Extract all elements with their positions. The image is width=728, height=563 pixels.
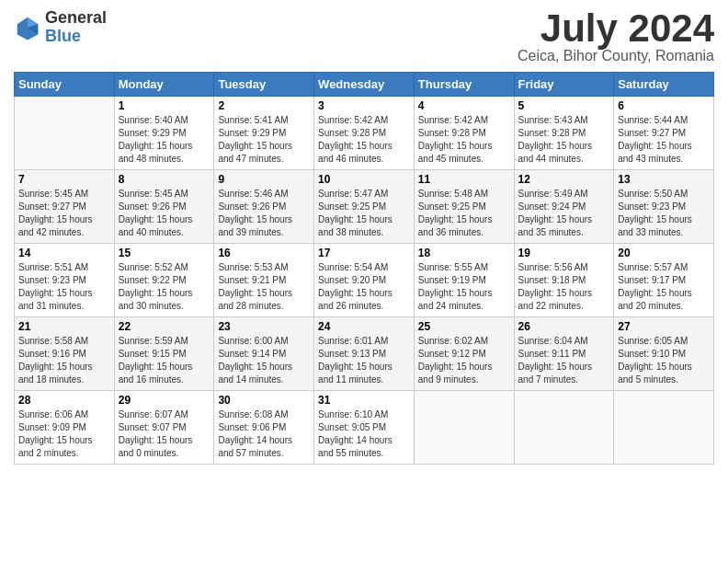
logo-text: General Blue	[45, 9, 107, 46]
day-info: Sunrise: 6:00 AMSunset: 9:14 PMDaylight:…	[218, 335, 310, 386]
calendar-cell: 7Sunrise: 5:45 AMSunset: 9:27 PMDaylight…	[15, 170, 115, 244]
calendar-cell: 14Sunrise: 5:51 AMSunset: 9:23 PMDayligh…	[15, 244, 115, 317]
day-info: Sunrise: 5:50 AMSunset: 9:23 PMDaylight:…	[618, 188, 710, 239]
day-info: Sunrise: 5:48 AMSunset: 9:25 PMDaylight:…	[418, 188, 510, 239]
day-number: 20	[618, 247, 710, 259]
week-row-5: 28Sunrise: 6:06 AMSunset: 9:09 PMDayligh…	[15, 391, 714, 465]
day-info: Sunrise: 5:44 AMSunset: 9:27 PMDaylight:…	[618, 114, 710, 166]
day-number: 26	[518, 320, 610, 333]
day-info: Sunrise: 5:43 AMSunset: 9:28 PMDaylight:…	[518, 114, 610, 166]
calendar-cell: 18Sunrise: 5:55 AMSunset: 9:19 PMDayligh…	[414, 244, 514, 317]
day-info: Sunrise: 5:54 AMSunset: 9:20 PMDaylight:…	[318, 261, 410, 313]
header-friday: Friday	[514, 73, 614, 97]
calendar-cell: 3Sunrise: 5:42 AMSunset: 9:28 PMDaylight…	[314, 97, 415, 170]
day-info: Sunrise: 5:47 AMSunset: 9:25 PMDaylight:…	[318, 188, 410, 239]
day-info: Sunrise: 6:07 AMSunset: 9:07 PMDaylight:…	[119, 408, 210, 460]
day-number: 10	[318, 173, 410, 186]
day-number: 11	[418, 173, 510, 186]
day-number: 6	[618, 99, 710, 112]
day-number: 31	[318, 394, 410, 407]
day-number: 14	[18, 247, 110, 259]
day-number: 12	[518, 173, 610, 186]
calendar-cell: 11Sunrise: 5:48 AMSunset: 9:25 PMDayligh…	[414, 170, 514, 244]
calendar-cell: 16Sunrise: 5:53 AMSunset: 9:21 PMDayligh…	[214, 244, 314, 317]
day-number: 8	[119, 173, 210, 186]
week-row-4: 21Sunrise: 5:58 AMSunset: 9:16 PMDayligh…	[15, 317, 714, 391]
day-number: 17	[318, 247, 410, 259]
location-subtitle: Ceica, Bihor County, Romania	[518, 48, 714, 64]
day-number: 19	[518, 247, 610, 259]
calendar-cell: 23Sunrise: 6:00 AMSunset: 9:14 PMDayligh…	[214, 317, 314, 391]
day-info: Sunrise: 6:10 AMSunset: 9:05 PMDaylight:…	[318, 408, 410, 460]
calendar-cell: 13Sunrise: 5:50 AMSunset: 9:23 PMDayligh…	[614, 170, 714, 244]
calendar-header: SundayMondayTuesdayWednesdayThursdayFrid…	[15, 73, 714, 97]
calendar-cell: 28Sunrise: 6:06 AMSunset: 9:09 PMDayligh…	[15, 391, 115, 465]
day-info: Sunrise: 5:56 AMSunset: 9:18 PMDaylight:…	[518, 261, 610, 313]
calendar-cell: 24Sunrise: 6:01 AMSunset: 9:13 PMDayligh…	[314, 317, 415, 391]
day-info: Sunrise: 5:40 AMSunset: 9:29 PMDaylight:…	[119, 114, 210, 166]
calendar-cell	[614, 391, 714, 465]
day-number: 1	[119, 99, 210, 112]
calendar-cell: 5Sunrise: 5:43 AMSunset: 9:28 PMDaylight…	[514, 97, 614, 170]
day-info: Sunrise: 5:46 AMSunset: 9:26 PMDaylight:…	[218, 188, 310, 239]
day-number: 25	[418, 320, 510, 333]
calendar-cell: 31Sunrise: 6:10 AMSunset: 9:05 PMDayligh…	[314, 391, 415, 465]
day-number: 13	[618, 173, 710, 186]
day-number: 3	[318, 99, 410, 112]
calendar-cell: 12Sunrise: 5:49 AMSunset: 9:24 PMDayligh…	[514, 170, 614, 244]
day-number: 23	[218, 320, 310, 333]
day-info: Sunrise: 5:53 AMSunset: 9:21 PMDaylight:…	[218, 261, 310, 313]
calendar-cell: 21Sunrise: 5:58 AMSunset: 9:16 PMDayligh…	[15, 317, 115, 391]
main-title: July 2024	[518, 9, 714, 48]
calendar-cell: 19Sunrise: 5:56 AMSunset: 9:18 PMDayligh…	[514, 244, 614, 317]
calendar-cell: 10Sunrise: 5:47 AMSunset: 9:25 PMDayligh…	[314, 170, 415, 244]
day-number: 22	[119, 320, 210, 333]
header-row: SundayMondayTuesdayWednesdayThursdayFrid…	[15, 73, 714, 97]
calendar-cell: 25Sunrise: 6:02 AMSunset: 9:12 PMDayligh…	[414, 317, 514, 391]
day-info: Sunrise: 5:42 AMSunset: 9:28 PMDaylight:…	[318, 114, 410, 166]
calendar-cell	[514, 391, 614, 465]
calendar-cell: 30Sunrise: 6:08 AMSunset: 9:06 PMDayligh…	[214, 391, 314, 465]
header-thursday: Thursday	[414, 73, 514, 97]
day-info: Sunrise: 5:45 AMSunset: 9:26 PMDaylight:…	[119, 188, 210, 239]
day-number: 15	[119, 247, 210, 259]
day-info: Sunrise: 5:52 AMSunset: 9:22 PMDaylight:…	[119, 261, 210, 313]
day-info: Sunrise: 5:42 AMSunset: 9:28 PMDaylight:…	[418, 114, 510, 166]
calendar-cell: 9Sunrise: 5:46 AMSunset: 9:26 PMDaylight…	[214, 170, 314, 244]
logo-blue: Blue	[45, 28, 107, 46]
calendar-cell: 15Sunrise: 5:52 AMSunset: 9:22 PMDayligh…	[114, 244, 214, 317]
week-row-1: 1Sunrise: 5:40 AMSunset: 9:29 PMDaylight…	[15, 97, 714, 170]
day-number: 5	[518, 99, 610, 112]
calendar-cell	[15, 97, 115, 170]
calendar-cell: 20Sunrise: 5:57 AMSunset: 9:17 PMDayligh…	[614, 244, 714, 317]
header-sunday: Sunday	[15, 73, 115, 97]
day-number: 2	[218, 99, 310, 112]
day-info: Sunrise: 5:55 AMSunset: 9:19 PMDaylight:…	[418, 261, 510, 313]
header-wednesday: Wednesday	[314, 73, 415, 97]
day-number: 28	[18, 394, 110, 407]
day-info: Sunrise: 6:02 AMSunset: 9:12 PMDaylight:…	[418, 335, 510, 386]
calendar-cell	[414, 391, 514, 465]
day-info: Sunrise: 6:08 AMSunset: 9:06 PMDaylight:…	[218, 408, 310, 460]
calendar-cell: 22Sunrise: 5:59 AMSunset: 9:15 PMDayligh…	[114, 317, 214, 391]
day-number: 18	[418, 247, 510, 259]
day-info: Sunrise: 6:04 AMSunset: 9:11 PMDaylight:…	[518, 335, 610, 386]
logo: General Blue	[14, 9, 107, 46]
day-info: Sunrise: 6:05 AMSunset: 9:10 PMDaylight:…	[618, 335, 710, 386]
header-monday: Monday	[114, 73, 214, 97]
day-info: Sunrise: 5:57 AMSunset: 9:17 PMDaylight:…	[618, 261, 710, 313]
calendar-cell: 29Sunrise: 6:07 AMSunset: 9:07 PMDayligh…	[114, 391, 214, 465]
day-number: 7	[18, 173, 110, 186]
day-number: 21	[18, 320, 110, 333]
day-number: 30	[218, 394, 310, 407]
day-info: Sunrise: 5:49 AMSunset: 9:24 PMDaylight:…	[518, 188, 610, 239]
day-number: 4	[418, 99, 510, 112]
calendar-cell: 26Sunrise: 6:04 AMSunset: 9:11 PMDayligh…	[514, 317, 614, 391]
day-number: 27	[618, 320, 710, 333]
logo-icon	[14, 14, 41, 41]
header-tuesday: Tuesday	[214, 73, 314, 97]
day-number: 16	[218, 247, 310, 259]
calendar-body: 1Sunrise: 5:40 AMSunset: 9:29 PMDaylight…	[15, 97, 714, 465]
day-info: Sunrise: 5:59 AMSunset: 9:15 PMDaylight:…	[119, 335, 210, 386]
calendar-cell: 8Sunrise: 5:45 AMSunset: 9:26 PMDaylight…	[114, 170, 214, 244]
